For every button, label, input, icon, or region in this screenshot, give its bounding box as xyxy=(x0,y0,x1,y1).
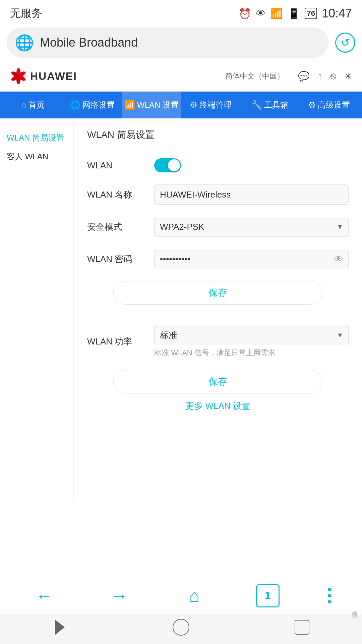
sidebar-item-wlan-simple[interactable]: WLAN 简易设置 xyxy=(7,128,67,147)
huawei-logo: HUAWEI xyxy=(10,68,77,85)
wlan-password-row: WLAN 密码 👁 xyxy=(87,249,349,269)
home-circle-icon xyxy=(173,619,189,636)
content-spacer xyxy=(0,499,362,577)
nav-item-tools[interactable]: 🔧 工具箱 xyxy=(240,92,300,118)
wlan-password-input[interactable] xyxy=(154,249,349,269)
tools-nav-icon: 🔧 xyxy=(251,100,262,110)
sim-icon: 📱 xyxy=(288,8,300,19)
menu-dot-2 xyxy=(328,594,331,597)
sidebar: WLAN 简易设置 客人 WLAN xyxy=(0,118,74,499)
menu-dot-1 xyxy=(328,588,331,591)
system-nav xyxy=(0,614,362,644)
huawei-header: HUAWEI 简体中文（中国） 💬 ↑ ⎋ ✳ xyxy=(0,61,362,92)
advanced-nav-icon: ⚙ xyxy=(308,100,316,110)
wlan-power-control: 标准 高 低 ▼ 标准 WLAN 信号，满足日常上网需求 xyxy=(154,325,349,358)
nav-item-wlan[interactable]: 📶 WLAN 设置 xyxy=(122,92,181,118)
status-bar: 无服务 ⏰ 👁 📶 📱 76 10:47 xyxy=(0,0,362,24)
wlan-power-select-wrapper: 标准 高 低 ▼ xyxy=(154,325,349,345)
huawei-logo-icon xyxy=(10,68,27,85)
security-mode-select[interactable]: WPA2-PSK WPA-PSK None xyxy=(154,217,349,237)
content-title: WLAN 简易设置 xyxy=(87,128,349,148)
logout-icon[interactable]: ⎋ xyxy=(330,71,336,82)
save-button-2[interactable]: 保存 xyxy=(113,370,322,393)
battery-indicator: 76 xyxy=(305,8,317,19)
wlan-toggle-control xyxy=(154,158,349,172)
menu-button[interactable] xyxy=(328,588,331,603)
save-button-1[interactable]: 保存 xyxy=(113,281,322,305)
refresh-icon: ↺ xyxy=(341,36,350,49)
system-back-button[interactable] xyxy=(53,623,67,632)
tab-count-button[interactable]: 1 xyxy=(256,584,280,607)
more-wlan-link[interactable]: 更多 WLAN 设置 xyxy=(87,400,349,412)
nav-bar: ⌂ 首页 🌐 网络设置 📶 WLAN 设置 ⚙ 终端管理 🔧 工具箱 ⚙ 高级设… xyxy=(0,92,362,118)
security-mode-row: 安全模式 WPA2-PSK WPA-PSK None ▼ xyxy=(87,217,349,237)
nav-label-wlan: WLAN 设置 xyxy=(137,100,179,110)
wlan-name-label: WLAN 名称 xyxy=(87,189,147,201)
system-home-button[interactable] xyxy=(173,619,189,636)
menu-dot-3 xyxy=(328,600,331,603)
wifi-icon: 📶 xyxy=(270,8,283,19)
wlan-power-hint: 标准 WLAN 信号，满足日常上网需求 xyxy=(154,348,349,358)
nav-item-terminal[interactable]: ⚙ 终端管理 xyxy=(181,92,240,118)
back-triangle-icon xyxy=(55,620,65,635)
upload-icon[interactable]: ↑ xyxy=(318,71,322,82)
wlan-power-row: WLAN 功率 标准 高 低 ▼ 标准 WLAN 信号，满足日常上网需求 xyxy=(87,325,349,358)
no-service-text: 无服务 xyxy=(10,6,42,21)
recent-square-icon xyxy=(295,620,309,635)
wlan-name-control xyxy=(154,184,349,205)
wlan-power-label: WLAN 功率 xyxy=(87,336,147,347)
wlan-power-select[interactable]: 标准 高 低 xyxy=(154,325,349,345)
save-row-2: 保存 xyxy=(87,370,349,393)
terminal-nav-icon: ⚙ xyxy=(190,100,197,110)
back-button[interactable]: ← xyxy=(31,582,58,609)
chat-icon[interactable]: 💬 xyxy=(298,71,310,82)
wlan-password-control: 👁 xyxy=(154,249,349,269)
wlan-name-input[interactable] xyxy=(154,184,349,205)
time-display: 10:47 xyxy=(322,6,352,20)
watermark: 植 什么值得买 xyxy=(351,605,359,607)
wlan-nav-icon: 📶 xyxy=(124,100,135,110)
home-button[interactable]: ⌂ xyxy=(181,582,208,609)
sidebar-item-guest-wlan[interactable]: 客人 WLAN xyxy=(7,147,67,166)
nav-label-tools: 工具箱 xyxy=(264,100,288,110)
eye-icon: 👁 xyxy=(256,8,266,19)
nav-item-home[interactable]: ⌂ 首页 xyxy=(3,92,63,118)
nav-label-network: 网络设置 xyxy=(82,100,115,110)
security-mode-label: 安全模式 xyxy=(87,221,147,233)
password-visibility-toggle[interactable]: 👁 xyxy=(334,254,343,265)
nav-label-terminal: 终端管理 xyxy=(199,100,232,110)
refresh-button[interactable]: ↺ xyxy=(335,33,355,53)
alarm-icon: ⏰ xyxy=(239,8,251,19)
nav-item-advanced[interactable]: ⚙ 高级设置 xyxy=(299,92,359,118)
globe-icon: 🌐 xyxy=(15,34,34,52)
wlan-label: WLAN xyxy=(87,160,147,171)
header-icons: 💬 ↑ ⎋ ✳ xyxy=(298,71,352,82)
language-selector[interactable]: 简体中文（中国） xyxy=(225,71,284,81)
header-right: 简体中文（中国） 💬 ↑ ⎋ ✳ xyxy=(225,71,352,82)
main-content: WLAN 简易设置 客人 WLAN WLAN 简易设置 WLAN WLAN 名称 xyxy=(0,118,362,499)
nav-item-network[interactable]: 🌐 网络设置 xyxy=(63,92,122,118)
save-row-1: 保存 xyxy=(87,281,349,305)
loader-icon[interactable]: ✳ xyxy=(344,71,352,82)
forward-button[interactable]: → xyxy=(106,582,133,609)
nav-label-advanced: 高级设置 xyxy=(318,100,350,110)
wlan-toggle-row: WLAN xyxy=(87,158,349,172)
status-icons: ⏰ 👁 📶 📱 76 10:47 xyxy=(239,6,352,20)
header-divider xyxy=(291,71,291,81)
section-divider xyxy=(87,315,349,315)
security-mode-control: WPA2-PSK WPA-PSK None ▼ xyxy=(154,217,349,237)
toggle-knob xyxy=(168,159,180,171)
system-recent-button[interactable] xyxy=(295,620,309,635)
home-nav-icon: ⌂ xyxy=(21,100,26,110)
content-area: WLAN 简易设置 WLAN WLAN 名称 安全模式 WPA2-PSK xyxy=(74,118,362,499)
wlan-toggle[interactable] xyxy=(154,158,181,172)
wlan-password-label: WLAN 密码 xyxy=(87,253,147,265)
bottom-nav: ← → ⌂ 1 xyxy=(0,577,362,614)
wlan-name-row: WLAN 名称 xyxy=(87,184,349,205)
nav-label-home: 首页 xyxy=(28,100,45,110)
browser-bar[interactable]: 🌐 Mobile Broadband xyxy=(7,28,328,58)
browser-url: Mobile Broadband xyxy=(40,36,320,50)
network-nav-icon: 🌐 xyxy=(70,100,80,110)
logo-text: HUAWEI xyxy=(30,70,77,83)
